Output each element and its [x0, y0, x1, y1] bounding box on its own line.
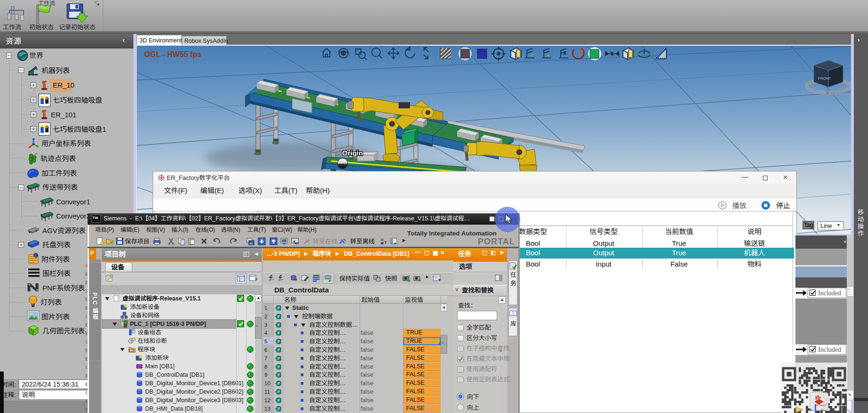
- svg-text:01: 01: [250, 242, 253, 245]
- svg-text:S: S: [826, 89, 829, 97]
- svg-text:W: W: [808, 80, 812, 84]
- svg-text:Origin: Origin: [342, 149, 363, 157]
- svg-text:ER Factory: ER Factory: [815, 404, 826, 406]
- svg-text:?: ?: [130, 339, 132, 343]
- svg-text:OGL - HW55 fps: OGL - HW55 fps: [144, 50, 202, 58]
- svg-text:E: E: [846, 76, 849, 81]
- svg-text:RT: RT: [295, 242, 299, 245]
- svg-text:FRONT: FRONT: [818, 76, 831, 81]
- svg-text:?: ?: [384, 240, 387, 245]
